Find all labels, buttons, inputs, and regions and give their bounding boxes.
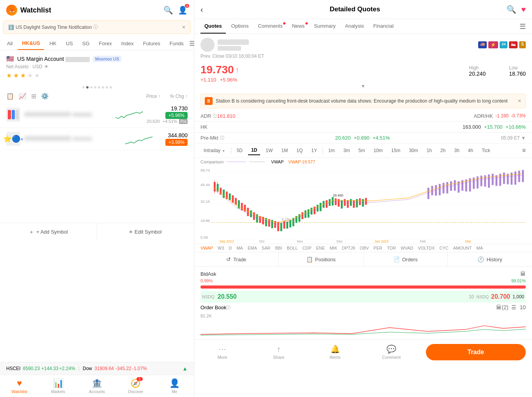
tab-summary[interactable]: Summary — [310, 19, 340, 34]
eye-icon[interactable]: 👁 — [44, 64, 49, 69]
ask-qty: 10 — [469, 294, 474, 300]
tab-options[interactable]: Options — [227, 19, 253, 34]
right-nav-alerts[interactable]: 🔔 Alerts — [307, 341, 363, 363]
tab-quotes[interactable]: Quotes — [200, 19, 226, 34]
tab-hkus[interactable]: HK&US — [18, 37, 44, 50]
tf-1min[interactable]: 1m — [325, 146, 338, 155]
ob-icon-3[interactable]: 10 — [520, 304, 526, 310]
trade-button[interactable]: Trade — [426, 344, 526, 360]
tab-us[interactable]: US — [62, 37, 77, 50]
hk-row: HK 163.000 +15.700 +10.66% — [194, 122, 532, 133]
trade-tab-positions[interactable]: 📋 Positions — [279, 252, 364, 266]
settings-icon[interactable]: ⚙️ — [41, 92, 49, 100]
chart-icon[interactable]: 📈 — [19, 92, 27, 100]
indicator-wvad[interactable]: WVAD — [401, 246, 413, 250]
tab-index[interactable]: Index — [117, 37, 138, 50]
tf-1m[interactable]: 1M — [278, 146, 291, 155]
ask-side: 10 NSDQ 20.700 1,000 — [469, 293, 524, 300]
tf-4h[interactable]: 4h — [465, 146, 476, 155]
ob-icon-1[interactable]: 🏛(2) — [496, 304, 508, 310]
tab-hk[interactable]: HK — [46, 37, 60, 50]
tf-2h[interactable]: 2h — [437, 146, 449, 155]
tf-1y[interactable]: 1Y — [308, 146, 320, 155]
right-nav-more[interactable]: ⋯ More — [194, 341, 250, 363]
tab-funds[interactable]: Funds — [166, 37, 188, 50]
indicator-w3[interactable]: W3 — [218, 246, 224, 250]
comp-tag-1[interactable] — [227, 161, 246, 162]
right-nav-share[interactable]: ↑ Share — [250, 342, 307, 363]
news-close-icon[interactable]: ✕ — [518, 98, 521, 104]
tf-1q[interactable]: 1Q — [293, 146, 306, 155]
svg-rect-65 — [344, 199, 346, 206]
tf-3h[interactable]: 3h — [451, 146, 462, 155]
nav-me[interactable]: 👤 Me — [155, 375, 194, 397]
tf-1w[interactable]: 1W — [262, 146, 276, 155]
indicator-tor[interactable]: TOR — [387, 246, 396, 250]
indicator-amount[interactable]: AMOUNT — [453, 246, 472, 250]
indicator-ma2[interactable]: MA — [477, 246, 483, 250]
tf-1h[interactable]: 1h — [424, 146, 435, 155]
tab-financial[interactable]: Financial — [369, 19, 397, 34]
indicator-ema[interactable]: EMA — [248, 246, 257, 250]
indicator-cyc[interactable]: CYC — [440, 246, 449, 250]
svg-rect-29 — [241, 203, 243, 210]
indicator-sar[interactable]: SAR — [262, 246, 271, 250]
search-icon-right[interactable]: 🔍 — [507, 5, 516, 14]
comp-tag-2[interactable] — [249, 161, 265, 162]
tf-5d[interactable]: 5D — [234, 146, 246, 155]
tab-all[interactable]: All — [3, 37, 16, 50]
book-icon[interactable]: 🏛 — [520, 271, 526, 277]
indicator-ene[interactable]: ENE — [316, 246, 325, 250]
tf-5min[interactable]: 5m — [355, 146, 368, 155]
indicator-ma[interactable]: MA — [236, 246, 243, 250]
detail-tabs-more[interactable]: ☰ — [520, 19, 526, 34]
tf-30min[interactable]: 30m — [406, 146, 421, 155]
nav-watchlist[interactable]: ♥ Watchlist — [0, 375, 39, 397]
edit-symbol-button[interactable]: ≡ Edit Symbol — [97, 223, 194, 241]
tabs-more-icon[interactable]: ☰ — [189, 40, 195, 47]
grid-icon[interactable]: ⊞ — [31, 92, 36, 100]
trade-tab-orders[interactable]: 📄 Orders — [364, 252, 448, 266]
indicator-d[interactable]: D — [229, 246, 232, 250]
back-button[interactable]: ‹ — [200, 5, 203, 14]
nav-markets[interactable]: 📊 Markets — [39, 375, 77, 397]
tf-1d[interactable]: 1D — [248, 146, 260, 155]
trade-tab-history[interactable]: 🕐 History — [448, 252, 532, 266]
tf-intraday[interactable]: Intraday ▼ — [200, 146, 229, 155]
tab-news[interactable]: News — [288, 19, 309, 34]
indicator-voltdx[interactable]: VOLTDX — [418, 246, 434, 250]
indicator-dptj9[interactable]: DPTJ9 — [342, 246, 355, 250]
indicator-mik[interactable]: MIK — [330, 246, 337, 250]
tf-tick[interactable]: Tick — [479, 146, 493, 155]
ob-icon-2[interactable]: ☰ — [511, 304, 516, 310]
tab-analysis[interactable]: Analysis — [341, 19, 368, 34]
notification-close-icon[interactable]: ✕ — [182, 25, 186, 30]
tf-10min[interactable]: 10m — [371, 146, 386, 155]
tab-sg[interactable]: SG — [78, 37, 94, 50]
add-symbol-button[interactable]: ＋ + Add Symbol — [0, 223, 97, 241]
add-col-icon[interactable]: 📋 — [6, 92, 14, 100]
tab-futures[interactable]: Futures — [139, 37, 164, 50]
indicator-bbi[interactable]: BBI — [275, 246, 282, 250]
favorite-icon[interactable]: ♥ — [521, 5, 526, 14]
search-icon[interactable]: 🔍 — [163, 5, 173, 15]
indicator-cdp[interactable]: CDP — [302, 246, 311, 250]
chart-settings-icon[interactable]: ≡ — [522, 147, 526, 154]
ask-pct: 99.01% — [511, 278, 526, 283]
svg-text:58.73: 58.73 — [200, 168, 210, 172]
tab-forex[interactable]: Forex — [95, 37, 116, 50]
profile-icon[interactable]: 👤 3 — [178, 5, 188, 15]
trade-tab-trade[interactable]: ↺ Trade — [194, 252, 279, 266]
tf-3min[interactable]: 3m — [340, 146, 353, 155]
stock-item-1[interactable]: 19.730 +5.96% 20.620 +4.51% Pre — [0, 101, 194, 128]
stock-item-2[interactable]: ⭐ 🔵 ● 344.800 +3.98% — [0, 128, 194, 150]
indicator-vwap[interactable]: VWAP — [200, 246, 213, 250]
tf-15min[interactable]: 15m — [388, 146, 403, 155]
indicator-obv[interactable]: OBV — [360, 246, 369, 250]
indicator-per[interactable]: PER — [374, 246, 383, 250]
right-nav-comment[interactable]: 💬 Comment — [363, 341, 419, 363]
tab-comments[interactable]: Comments — [254, 19, 287, 34]
nav-accounts[interactable]: 🏦 Accounts — [78, 375, 116, 397]
nav-discover[interactable]: 🧭 1 Discover — [116, 375, 155, 397]
indicator-boll[interactable]: BOLL — [287, 246, 298, 250]
